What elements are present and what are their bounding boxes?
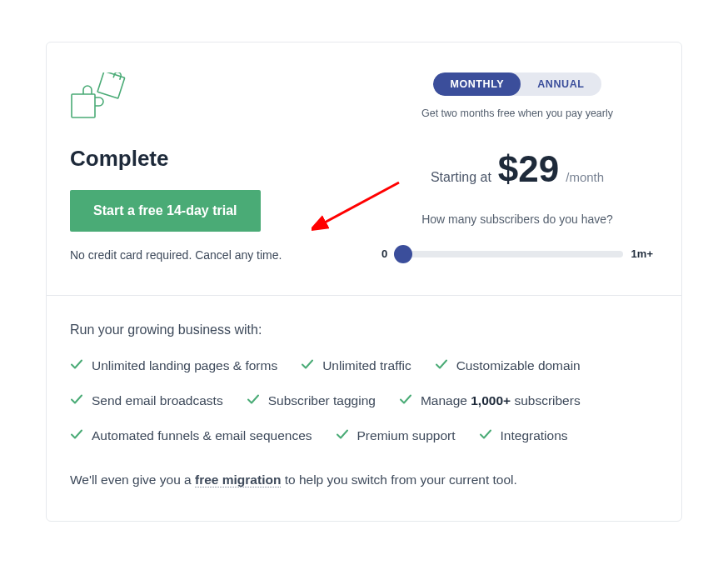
- check-icon: [336, 428, 349, 444]
- migration-link[interactable]: free migration: [195, 472, 281, 488]
- slider-max-label: 1m+: [631, 248, 653, 260]
- feature-label: Integrations: [501, 428, 568, 443]
- price-prefix: Starting at: [431, 170, 491, 185]
- features-list: Unlimited landing pages & formsUnlimited…: [70, 358, 658, 444]
- pricing-card: Complete Start a free 14-day trial No cr…: [46, 42, 682, 522]
- feature-item: Integrations: [479, 428, 568, 444]
- yearly-discount-note: Get two months free when you pay yearly: [376, 108, 658, 119]
- subscriber-question: How many subscribers do you have?: [376, 212, 658, 226]
- feature-item: Subscriber tagging: [247, 392, 376, 409]
- slider-handle[interactable]: [394, 245, 412, 263]
- slider-min-label: 0: [381, 248, 387, 260]
- feature-label: Send email broadcasts: [92, 393, 223, 408]
- cta-subtext: No credit card required. Cancel any time…: [70, 248, 352, 262]
- price-amount: $29: [498, 151, 559, 188]
- subscriber-slider: 0 1m+: [376, 248, 658, 260]
- feature-item: Unlimited traffic: [301, 358, 411, 374]
- features-heading: Run your growing business with:: [70, 322, 658, 338]
- start-trial-button[interactable]: Start a free 14-day trial: [70, 190, 261, 232]
- check-icon: [70, 358, 83, 374]
- billing-toggle-monthly[interactable]: MONTHLY: [433, 72, 521, 96]
- feature-item: Premium support: [336, 428, 456, 444]
- feature-label: Customizable domain: [456, 358, 581, 373]
- feature-item: Customizable domain: [435, 358, 581, 374]
- feature-item: Automated funnels & email sequences: [70, 428, 312, 444]
- check-icon: [70, 428, 83, 444]
- feature-item: Send email broadcasts: [70, 392, 223, 409]
- feature-item: Manage 1,000+ subscribers: [399, 392, 581, 409]
- feature-label: Unlimited landing pages & forms: [92, 358, 277, 373]
- svg-rect-0: [72, 94, 95, 118]
- feature-item: Unlimited landing pages & forms: [70, 358, 277, 374]
- feature-label: Unlimited traffic: [322, 358, 411, 373]
- pricing-controls-column: MONTHLY ANNUAL Get two months free when …: [376, 72, 658, 262]
- check-icon: [435, 358, 448, 374]
- feature-label: Manage 1,000+ subscribers: [421, 393, 581, 408]
- puzzle-icon: [70, 72, 352, 128]
- migration-note: We'll even give you a free migration to …: [70, 472, 658, 488]
- plan-summary-column: Complete Start a free 14-day trial No cr…: [70, 72, 352, 262]
- feature-label: Premium support: [357, 428, 456, 443]
- features-section: Run your growing business with: Unlimite…: [47, 296, 681, 521]
- migration-prefix: We'll even give you a: [70, 472, 195, 487]
- billing-toggle-annual[interactable]: ANNUAL: [521, 72, 601, 96]
- feature-label: Subscriber tagging: [268, 393, 376, 408]
- migration-suffix: to help you switch from your current too…: [281, 472, 516, 487]
- check-icon: [247, 392, 260, 409]
- check-icon: [399, 392, 412, 409]
- check-icon: [479, 428, 492, 444]
- check-icon: [301, 358, 314, 374]
- price-display: Starting at $29 /month: [376, 151, 658, 188]
- plan-title: Complete: [70, 146, 352, 172]
- price-period: /month: [566, 170, 604, 184]
- card-top-section: Complete Start a free 14-day trial No cr…: [47, 42, 681, 295]
- slider-track[interactable]: [396, 251, 622, 258]
- billing-toggle: MONTHLY ANNUAL: [433, 72, 601, 96]
- check-icon: [70, 392, 83, 409]
- feature-label: Automated funnels & email sequences: [92, 428, 312, 443]
